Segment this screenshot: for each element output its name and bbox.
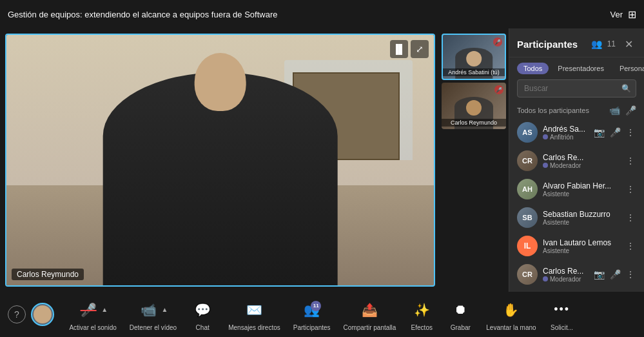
record-label: Grabar: [451, 324, 471, 331]
effects-button[interactable]: ✨ Efectos: [402, 296, 441, 334]
sidebar-title: Participantes: [517, 39, 578, 50]
thumb-label-2: Carlos Reymundo: [442, 119, 506, 127]
name-carlos2: Carlos Re...: [543, 267, 587, 276]
thumbnail-carlos[interactable]: 🎤 Carlos Reymundo: [442, 83, 506, 129]
video-caret[interactable]: ▲: [161, 306, 170, 313]
participants-list: AS Andrés Sa... Anfitrión 📷 🎤 ⋮: [509, 118, 644, 292]
mic-button[interactable]: 🎤 ▲ Activar el sonido: [63, 296, 122, 334]
mic-all-icon: 🎤: [625, 105, 636, 116]
mic-btn-row: 🎤 ▲: [77, 298, 109, 322]
name-sebastian: Sebastian Buzzurro: [543, 210, 620, 219]
role-text-alvaro: Asistente: [543, 190, 569, 198]
participant-ivan[interactable]: IL Ivan Lautaro Lemos Asistente ⋮: [509, 232, 644, 260]
filter-tab-personal[interactable]: Personal: [613, 63, 644, 74]
share-screen-button[interactable]: 📤 Compartir pantalla: [337, 296, 403, 334]
role-carlos-mod: Moderador: [543, 162, 620, 169]
cam-icon-carlos2[interactable]: 📷: [592, 268, 606, 281]
cam-icon-andres[interactable]: 📷: [592, 126, 606, 139]
meeting-title: Gestión de equipos: extendiendo el alcan…: [8, 10, 277, 19]
thumb-muted-icon-1: 🎤: [493, 37, 502, 46]
hand-label: Levantar la mano: [486, 324, 536, 331]
participants-panel: Participantes 👥 11 ✕ Todos Presentadores…: [509, 28, 644, 292]
participant-carlos2[interactable]: CR Carlos Re... Moderador 📷 🎤 ⋮: [509, 260, 644, 289]
thumb-label-1: Andrés Sabatini (tú): [443, 68, 505, 76]
all-participants-label: Todos los participantes 📹 🎤: [509, 103, 644, 118]
chat-button[interactable]: 💬 Chat: [183, 296, 222, 334]
direct-label: Mensajes directos: [228, 324, 280, 331]
more-icon-sebastian[interactable]: ⋮: [625, 211, 636, 224]
close-panel-button[interactable]: ✕: [621, 36, 636, 52]
grid-icon: ⊞: [628, 8, 636, 21]
role-ivan: Asistente: [543, 247, 620, 254]
filter-tab-todos[interactable]: Todos: [517, 63, 549, 74]
more-icon-wrap: •••: [551, 298, 574, 322]
participant-andres[interactable]: AS Andrés Sa... Anfitrión 📷 🎤 ⋮: [509, 118, 644, 147]
bottom-bar: ? 🎤 ▲ Activar el sonido 📹 ▲ Detener el v…: [0, 292, 644, 337]
video-icon-wrap: 📹: [137, 298, 161, 322]
mic-icon-andres[interactable]: 🎤: [609, 126, 622, 139]
actions-carlos-mod: ⋮: [625, 154, 636, 167]
more-icon-carlos-mod[interactable]: ⋮: [625, 154, 636, 167]
top-bar: Gestión de equipos: extendiendo el alcan…: [0, 0, 644, 28]
expand-icon-btn[interactable]: ⤢: [411, 40, 429, 58]
participants-button[interactable]: 👥 11 Participantes: [287, 296, 337, 334]
role-text-ivan: Asistente: [543, 247, 569, 254]
info-carlos-mod: Carlos Re... Moderador: [543, 153, 620, 169]
mic-icon: 🎤: [81, 302, 97, 318]
share-icon-wrap: 📤: [358, 298, 381, 322]
search-bar: 🔍: [517, 79, 636, 97]
sidebar-header: Participantes 👥 11 ✕: [509, 28, 644, 57]
role-dot-andres: [543, 134, 548, 139]
role-sebastian: Asistente: [543, 219, 620, 226]
name-andres: Andrés Sa...: [543, 125, 587, 134]
info-sebastian: Sebastian Buzzurro Asistente: [543, 210, 620, 226]
avatar-initials-andres: AS: [522, 128, 532, 136]
main-content: ▐▌ ⤢ Carlos Reymundo 🎤 Andrés Sa: [0, 28, 644, 292]
role-dot-carlos-mod: [543, 163, 548, 168]
sidebar-header-right: 👥 11 ✕: [591, 36, 636, 52]
search-input[interactable]: [517, 79, 636, 97]
mic-caret[interactable]: ▲: [100, 306, 109, 313]
more-icon: •••: [554, 303, 570, 316]
filter-tab-presentadores[interactable]: Presentadores: [551, 63, 610, 74]
bars-icon-btn[interactable]: ▐▌: [390, 40, 408, 58]
info-ivan: Ivan Lautaro Lemos Asistente: [543, 238, 620, 254]
video-button[interactable]: 📹 ▲ Detener el vídeo: [123, 296, 183, 334]
participant-alvaro[interactable]: AH Alvaro Fabian Her... Asistente ⋮: [509, 175, 644, 203]
role-andres: Anfitrión: [543, 134, 587, 141]
more-icon-carlos2[interactable]: ⋮: [625, 268, 636, 281]
mic-icon-carlos2[interactable]: 🎤: [609, 268, 622, 281]
thumbnail-andres[interactable]: 🎤 Andrés Sabatini (tú): [442, 34, 506, 80]
more-icon-ivan[interactable]: ⋮: [625, 240, 636, 252]
more-icon-alvaro[interactable]: ⋮: [625, 183, 636, 196]
main-video-label: Carlos Reymundo: [12, 269, 84, 280]
direct-icon-wrap: ✉️: [242, 298, 266, 322]
participants-count: 11: [607, 39, 616, 48]
actions-sebastian: ⋮: [625, 211, 636, 224]
participants-badge: 11: [311, 301, 321, 311]
role-text-andres: Anfitrión: [550, 134, 574, 141]
role-dot-carlos2: [543, 276, 548, 281]
more-icon-andres[interactable]: ⋮: [625, 126, 636, 139]
avatar-initials-carlos-mod: CR: [522, 157, 532, 165]
thumb-head-2: [466, 100, 482, 116]
participant-carlos-mod[interactable]: CR Carlos Re... Moderador ⋮: [509, 147, 644, 175]
participant-sebastian[interactable]: SB Sebastian Buzzurro Asistente ⋮: [509, 203, 644, 232]
more-button[interactable]: ••• Solicit...: [543, 296, 581, 334]
info-andres: Andrés Sa... Anfitrión: [543, 125, 587, 141]
video-area: ▐▌ ⤢ Carlos Reymundo 🎤 Andrés Sa: [0, 28, 509, 292]
participants-label: Participantes: [293, 324, 331, 331]
name-alvaro: Alvaro Fabian Her...: [543, 181, 620, 190]
direct-messages-button[interactable]: ✉️ Mensajes directos: [222, 296, 287, 334]
name-carlos-mod: Carlos Re...: [543, 153, 620, 162]
avatar-initials-sebastian: SB: [522, 214, 532, 221]
help-button[interactable]: ?: [8, 305, 26, 323]
record-button[interactable]: ⏺ Grabar: [441, 296, 480, 334]
raise-hand-button[interactable]: ✋ Levantar la mano: [480, 296, 542, 334]
cam-all-icon: 📹: [609, 105, 620, 116]
participants-group-icon: 👥: [591, 39, 602, 49]
info-alvaro: Alvaro Fabian Her... Asistente: [543, 181, 620, 198]
thumb-head-1: [466, 51, 482, 66]
actions-alvaro: ⋮: [625, 183, 636, 196]
video-controls: ▐▌ ⤢: [390, 40, 429, 58]
